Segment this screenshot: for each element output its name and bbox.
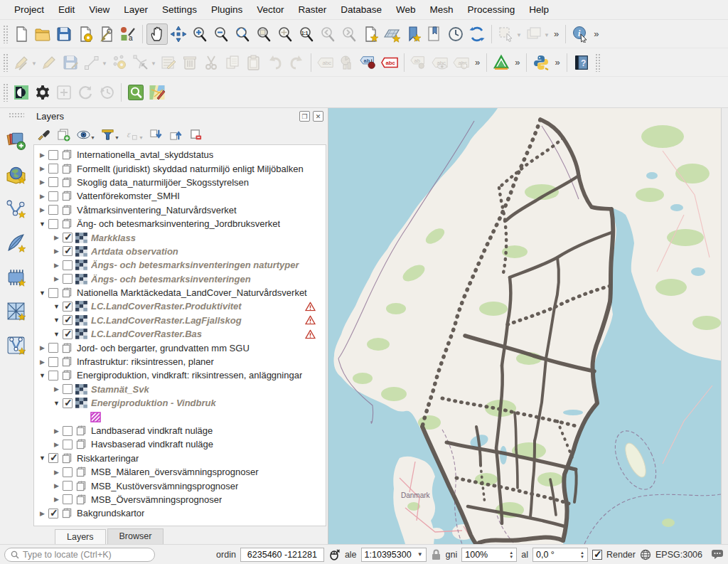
- layer-visibility-checkbox[interactable]: [63, 260, 73, 270]
- collapse-arrow-icon[interactable]: ▼: [38, 289, 46, 297]
- expand-arrow-icon[interactable]: ▶: [53, 441, 60, 448]
- layer-label[interactable]: Infrastruktur: riksintressen, planer: [77, 356, 214, 367]
- copy-features-button[interactable]: [222, 52, 243, 73]
- layer-visibility-checkbox[interactable]: [63, 315, 73, 325]
- expand-arrow-icon[interactable]: ▶: [53, 496, 60, 503]
- toolbar-overflow-button[interactable]: »: [472, 57, 483, 68]
- reload-button[interactable]: [75, 82, 96, 103]
- toolbar-grip[interactable]: [9, 112, 24, 118]
- layer-visibility-checkbox[interactable]: [63, 481, 73, 491]
- cut-features-button[interactable]: [200, 52, 222, 73]
- pan-to-selection-button[interactable]: [168, 23, 189, 45]
- scale-combobox[interactable]: 1:10395300▼: [361, 548, 427, 562]
- collapse-arrow-icon[interactable]: ▼: [53, 303, 60, 310]
- menu-item-view[interactable]: View: [82, 1, 117, 18]
- menu-item-mesh[interactable]: Mesh: [423, 1, 461, 18]
- menu-item-database[interactable]: Database: [333, 1, 389, 18]
- lock-scale-icon[interactable]: [431, 549, 441, 560]
- layer-label[interactable]: Markklass: [91, 233, 136, 243]
- expand-arrow-icon[interactable]: ▶: [53, 275, 60, 282]
- layer-tree-row[interactable]: ▶Jord- och bergarter, grundvatten mm SGU: [34, 341, 326, 354]
- new-3d-map-view-button[interactable]: [381, 23, 402, 45]
- layer-visibility-checkbox[interactable]: [48, 191, 58, 201]
- options-gear-button[interactable]: [32, 82, 53, 103]
- add-vector-layer-button[interactable]: [4, 162, 28, 186]
- layer-visibility-checkbox[interactable]: [48, 177, 58, 187]
- layer-tree-row[interactable]: ▶MSB_Kustöversvämningsprognoser: [34, 479, 326, 492]
- layer-label[interactable]: LC.LandCoverRaster.LagFjallskog: [91, 315, 242, 326]
- layer-tree-row[interactable]: ▶Ängs- och betesmarksinventeringen natur…: [34, 258, 326, 272]
- collapse-arrow-icon[interactable]: ▼: [38, 220, 46, 228]
- layer-visibility-checkbox[interactable]: [48, 343, 58, 353]
- crs-status-button[interactable]: EPSG:3006: [655, 550, 702, 560]
- deselect-features-button[interactable]: ▼: [523, 23, 545, 45]
- zoom-full-button[interactable]: [232, 23, 253, 45]
- toolbar-overflow-button[interactable]: »: [591, 28, 601, 39]
- menu-item-web[interactable]: Web: [389, 1, 423, 18]
- layer-visibility-checkbox[interactable]: [48, 371, 58, 381]
- toolbar-grip[interactable]: [3, 53, 9, 72]
- layer-tree-row[interactable]: ▼Energiproduktion, vindkraft: riksintres…: [34, 368, 326, 382]
- menu-item-raster[interactable]: Raster: [291, 1, 333, 18]
- layer-tree-row[interactable]: ▶Våtmarksinventering_Naturvårdsverket: [34, 203, 326, 217]
- style-manager-button[interactable]: a: [117, 23, 139, 45]
- layer-tree-row[interactable]: ▶Havsbaserad vindkraft nuläge: [34, 437, 326, 451]
- paste-features-button[interactable]: [243, 52, 264, 73]
- show-spatial-bookmarks-button[interactable]: [424, 23, 445, 45]
- layer-label[interactable]: Bakgrundskartor: [77, 508, 144, 518]
- expand-arrow-icon[interactable]: ▶: [38, 510, 46, 517]
- new-spatial-bookmark-button[interactable]: [402, 23, 424, 45]
- layer-tree-row[interactable]: ▼Energiproduktion - Vindbruk: [34, 396, 326, 410]
- layer-tree-row[interactable]: ▶Bakgrundskartor: [34, 506, 326, 520]
- collapse-arrow-icon[interactable]: ▼: [38, 454, 46, 462]
- layer-tree-row[interactable]: ▶Formellt (juridiskt) skyddad naturmiljö…: [34, 161, 326, 175]
- identify-features-button[interactable]: i: [569, 23, 591, 45]
- new-temporary-scratch-layer-button[interactable]: [4, 265, 28, 289]
- layer-visibility-checkbox[interactable]: [63, 329, 73, 339]
- layer-tree-row[interactable]: ▼LC.LandCoverRaster.Bas: [34, 327, 326, 341]
- layer-visibility-checkbox[interactable]: [48, 164, 58, 174]
- undo-button[interactable]: [264, 52, 286, 73]
- toolbar-grip[interactable]: [3, 25, 9, 43]
- collapse-arrow-icon[interactable]: ▼: [53, 316, 60, 324]
- data-source-manager-button[interactable]: [4, 128, 28, 152]
- menu-item-project[interactable]: Project: [7, 1, 51, 18]
- layer-tree-row[interactable]: ▶Stamnät_Svk: [34, 383, 326, 396]
- layer-visibility-checkbox[interactable]: [48, 150, 58, 160]
- coordinate-input[interactable]: 6235460 -121281: [240, 548, 324, 562]
- layer-tree-row[interactable]: ▶Skoglig data_naturmiljöer_Skogsstyrelse…: [34, 176, 326, 189]
- layer-visibility-checkbox[interactable]: [63, 274, 73, 284]
- expand-arrow-icon[interactable]: ▶: [53, 469, 60, 476]
- panel-tab-browser[interactable]: Browser: [107, 528, 164, 544]
- expand-arrow-icon[interactable]: ▶: [38, 165, 46, 172]
- layer-visibility-checkbox[interactable]: [48, 453, 58, 463]
- layer-tree-row[interactable]: ▶Artdata observation: [34, 245, 326, 258]
- toggle-editing-button[interactable]: [38, 52, 60, 73]
- layer-visibility-checkbox[interactable]: [63, 384, 73, 394]
- add-group-button[interactable]: [55, 126, 72, 143]
- layer-visibility-checkbox[interactable]: [48, 205, 58, 215]
- layer-styling-toggle-button[interactable]: [11, 82, 32, 103]
- delete-selected-button[interactable]: [179, 52, 200, 73]
- modify-attributes-button[interactable]: [158, 52, 179, 73]
- new-shapefile-layer-button[interactable]: [4, 196, 28, 220]
- panel-tab-layers[interactable]: Layers: [55, 529, 106, 545]
- layer-visibility-checkbox[interactable]: [63, 302, 73, 312]
- expand-arrow-icon[interactable]: ▶: [53, 427, 60, 435]
- remove-layer-group-button[interactable]: [187, 126, 204, 143]
- menu-item-vector[interactable]: Vector: [250, 1, 291, 18]
- new-print-layout-button[interactable]: [75, 23, 96, 45]
- layer-label[interactable]: Jord- och bergarter, grundvatten mm SGU: [77, 343, 250, 353]
- save-layer-edits-button[interactable]: [60, 52, 81, 73]
- new-map-view-button[interactable]: [360, 23, 381, 45]
- filter-legend-button[interactable]: ▼: [99, 126, 116, 143]
- menu-item-plugins[interactable]: Plugins: [204, 1, 250, 18]
- layer-warning-icon[interactable]: [305, 315, 316, 325]
- layer-label[interactable]: Våtmarksinventering_Naturvårdsverket: [77, 205, 237, 216]
- new-mesh-layer-button[interactable]: [4, 299, 28, 323]
- history-button[interactable]: [96, 82, 117, 103]
- layer-label[interactable]: Vattenförekomster_SMHI: [77, 191, 180, 201]
- show-layout-manager-button[interactable]: [96, 23, 117, 45]
- layer-label[interactable]: Havsbaserad vindkraft nuläge: [91, 439, 213, 449]
- layer-label[interactable]: Artdata observation: [91, 246, 178, 257]
